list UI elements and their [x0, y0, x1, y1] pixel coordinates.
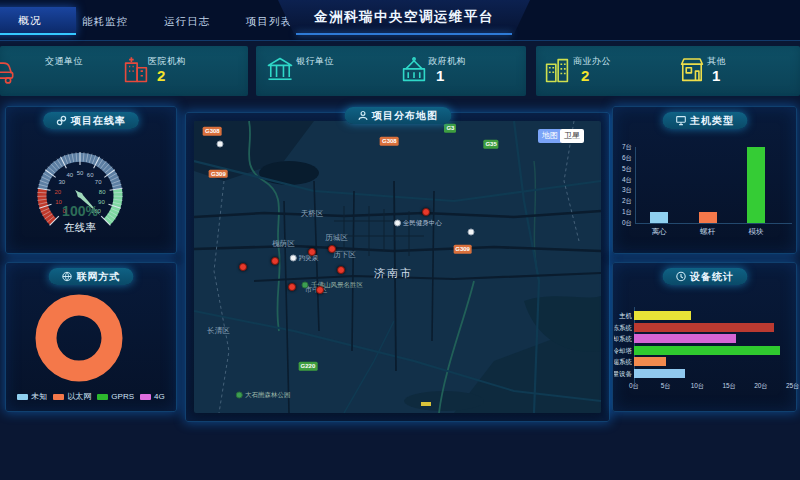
- svg-text:30: 30: [58, 179, 65, 185]
- row-label: 末端系统: [614, 358, 632, 367]
- monitor-icon: [675, 115, 686, 126]
- panel-network-type-header: 联网方式: [49, 268, 134, 285]
- map-layer-satellite-button[interactable]: 卫星: [560, 129, 584, 143]
- tab-2[interactable]: 能耗监控: [76, 11, 134, 31]
- poi-landmark: 全民健身中心: [394, 219, 442, 228]
- x-cat-label: 螺杆: [693, 227, 723, 237]
- project-marker[interactable]: [328, 245, 336, 253]
- bank-icon: [266, 55, 294, 85]
- y-tick: 3台: [613, 186, 632, 195]
- poi-label: 全民健身中心: [403, 219, 442, 228]
- project-marker[interactable]: [337, 266, 345, 274]
- x-cat-label: 离心: [644, 227, 674, 237]
- legend-swatch: [97, 394, 108, 400]
- tab-3[interactable]: 运行日志: [158, 11, 216, 31]
- poi-scenic: 千佛山风景名胜区: [302, 280, 363, 289]
- city-label: 济南市: [374, 265, 413, 280]
- x-tick: 5台: [654, 382, 678, 391]
- tab-1[interactable]: 概况: [0, 7, 76, 35]
- district-label: 历下区: [333, 250, 356, 260]
- y-tick: 2台: [613, 197, 632, 206]
- panel-device-stats-header: 设备统计: [662, 268, 747, 285]
- district-label: 历城区: [325, 233, 348, 243]
- panel-project-map-header: 项目分布地图: [344, 107, 451, 124]
- project-marker[interactable]: [271, 257, 279, 265]
- legend-swatch: [140, 394, 151, 400]
- legend-item-GPRS[interactable]: GPRS: [97, 392, 134, 401]
- panel-network-type-title: 联网方式: [77, 270, 121, 284]
- legend-item-以太网[interactable]: 以太网: [53, 391, 91, 402]
- panel-online-rate: 项目在线率 0102030405060708090100100%在线率: [5, 106, 177, 254]
- panel-device-stats: 设备统计 主机冷冻系统冷却系统冷却塔末端系统计量设备0台5台10台15台20台2…: [612, 262, 797, 412]
- panel-host-type: 主机类型 0台1台2台3台4台5台6台7台离心螺杆模块: [612, 106, 797, 254]
- panel-online-rate-title: 项目在线率: [71, 114, 126, 128]
- map-feature: [421, 402, 431, 406]
- bar-冷冻系统: [634, 323, 774, 332]
- bar-计量设备: [634, 369, 685, 378]
- shop-icon: [678, 55, 706, 85]
- dashboard: 概况能耗监控运行日志项目列表视频监控 金洲科瑞中央空调运维平台 交通单位医院机构…: [0, 0, 800, 480]
- road-badge: G3: [444, 124, 456, 133]
- stat-card-3: 商业办公2其他1: [536, 46, 800, 96]
- poi-landmark: [217, 141, 224, 148]
- legend-item-未知[interactable]: 未知: [17, 391, 47, 402]
- poi-landmark: [467, 228, 474, 235]
- road-badge: G309: [209, 169, 228, 178]
- poi-icon: [217, 141, 224, 148]
- stat-card-1: 交通单位医院机构2: [0, 46, 248, 96]
- project-marker[interactable]: [239, 263, 247, 271]
- svg-text:80: 80: [99, 189, 106, 195]
- svg-text:90: 90: [98, 199, 105, 205]
- project-marker[interactable]: [288, 283, 296, 291]
- row-label: 主机: [614, 312, 632, 321]
- stat-label: 政府机构: [428, 55, 466, 68]
- panel-online-rate-header: 项目在线率: [43, 112, 139, 129]
- y-tick: 5台: [613, 165, 632, 174]
- stat-label: 商业办公: [573, 55, 611, 68]
- row-label: 计量设备: [614, 370, 632, 379]
- panel-host-type-header: 主机类型: [662, 112, 747, 129]
- page-title: 金洲科瑞中央空调运维平台: [314, 8, 494, 26]
- x-tick: 10台: [686, 382, 710, 391]
- road-badge: G35: [483, 140, 498, 149]
- hospital-icon: [122, 55, 150, 85]
- poi-icon: [467, 228, 474, 235]
- stat-value: 1: [436, 67, 444, 84]
- link-icon: [56, 115, 67, 126]
- y-axis: [635, 147, 636, 224]
- stat-value: 2: [581, 67, 589, 84]
- row-label: 冷却塔: [614, 347, 632, 356]
- x-tick: 20台: [749, 382, 773, 391]
- district-label: 长清区: [207, 326, 230, 336]
- x-axis: [635, 223, 792, 224]
- legend-item-4G[interactable]: 4G: [140, 392, 165, 401]
- stat-label: 交通单位: [45, 55, 83, 68]
- clock-icon: [675, 271, 686, 282]
- project-marker[interactable]: [308, 248, 316, 256]
- svg-text:40: 40: [66, 172, 73, 178]
- network-legend: 未知以太网GPRS4G: [6, 391, 176, 402]
- legend-label: GPRS: [111, 392, 134, 401]
- x-tick: 0台: [622, 382, 646, 391]
- panel-network-type: 联网方式 未知以太网GPRS4G: [5, 262, 177, 412]
- poi-icon: [290, 255, 297, 262]
- road-badge: G308: [203, 127, 222, 136]
- bar-主机: [634, 311, 691, 320]
- district-label: 槐荫区: [272, 239, 295, 249]
- project-marker[interactable]: [422, 208, 430, 216]
- online-rate-gauge: 0102030405060708090100100%在线率: [6, 131, 176, 253]
- bar-末端系统: [634, 357, 666, 366]
- bar-冷却系统: [634, 334, 736, 343]
- svg-text:在线率: 在线率: [63, 221, 96, 233]
- legend-label: 未知: [31, 391, 47, 402]
- row-label: 冷却系统: [614, 335, 632, 344]
- office-icon: [543, 55, 571, 85]
- svg-text:20: 20: [54, 189, 61, 195]
- legend-swatch: [17, 394, 28, 400]
- map-overlay: G308G308G309G309G3G35G220历城区历下区槐荫区天桥区市中区…: [194, 121, 601, 413]
- road-badge: G309: [453, 245, 472, 254]
- svg-text:70: 70: [95, 179, 102, 185]
- map-layer-map-button[interactable]: 地图: [538, 129, 562, 143]
- project-marker[interactable]: [316, 286, 324, 294]
- panel-device-stats-title: 设备统计: [690, 270, 734, 284]
